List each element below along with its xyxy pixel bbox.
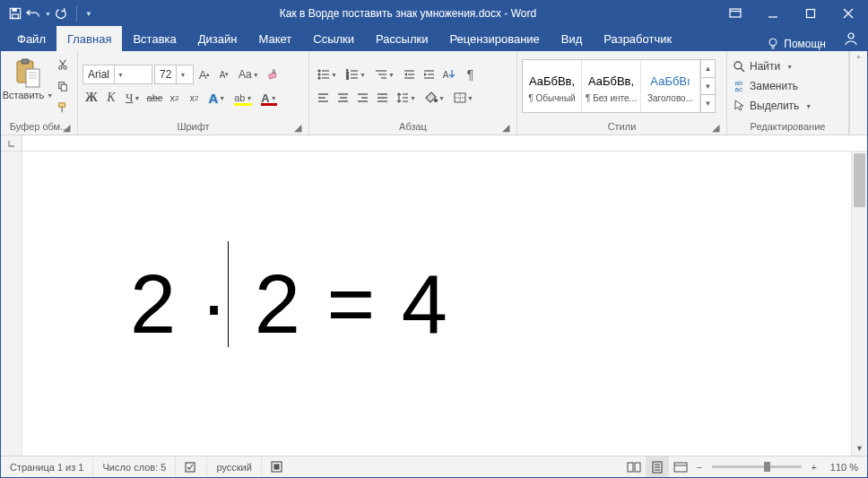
gallery-up-icon[interactable]: ▲	[701, 60, 715, 78]
gallery-down-icon[interactable]: ▼	[701, 78, 715, 96]
borders-icon[interactable]: ▼	[450, 88, 477, 108]
scroll-down-icon[interactable]: ▼	[852, 441, 867, 456]
superscript-button[interactable]: x2	[185, 88, 203, 108]
bullets-icon[interactable]: ▼	[314, 65, 341, 84]
tell-me[interactable]: Помощн	[757, 37, 835, 51]
style-heading1[interactable]: АаБбВıЗаголово...	[641, 60, 700, 112]
style-no-spacing[interactable]: АаБбВв,¶ Без инте...	[582, 60, 641, 112]
ribbon-display-icon[interactable]	[716, 1, 754, 26]
styles-launcher-icon[interactable]: ◢	[709, 121, 722, 134]
window-title: Как в Ворде поставить знак умножения.doc…	[100, 7, 716, 20]
status-page[interactable]: Страница 1 из 1	[1, 456, 93, 477]
styles-gallery[interactable]: АаБбВв,¶ Обычный АаБбВв,¶ Без инте... Аа…	[522, 59, 716, 113]
minimize-icon[interactable]	[754, 1, 792, 26]
close-icon[interactable]	[829, 1, 867, 26]
zoom-level[interactable]: 110 %	[821, 462, 867, 473]
highlight-color-icon[interactable]: ab▼	[230, 88, 256, 108]
view-read-icon[interactable]	[622, 456, 646, 478]
strikethrough-button[interactable]: abc	[145, 88, 163, 108]
align-right-icon[interactable]	[353, 88, 371, 108]
scroll-thumb[interactable]	[854, 153, 865, 207]
align-left-icon[interactable]	[314, 88, 332, 108]
font-size-combo[interactable]: 72▼	[154, 65, 194, 84]
zoom-slider[interactable]	[712, 465, 802, 468]
format-painter-icon[interactable]	[54, 98, 72, 117]
tab-mailings[interactable]: Рассылки	[365, 26, 438, 51]
ruler-horizontal[interactable]	[1, 135, 867, 152]
cut-icon[interactable]	[54, 55, 72, 74]
paste-button[interactable]: Вставить▼	[5, 56, 50, 116]
change-case-icon[interactable]: Aa▼	[235, 65, 263, 84]
status-language[interactable]: русский	[207, 456, 261, 477]
group-clipboard: Вставить▼ Буфер обм...◢	[1, 51, 78, 135]
status-proofing[interactable]	[176, 456, 207, 477]
justify-icon[interactable]	[373, 88, 391, 108]
tab-selector-icon[interactable]	[1, 135, 22, 151]
tab-developer[interactable]: Разработчик	[593, 26, 682, 51]
replace-button[interactable]: abacЗаменить	[732, 77, 812, 95]
show-marks-icon[interactable]: ¶	[461, 65, 479, 84]
svg-rect-25	[59, 103, 65, 107]
tab-home[interactable]: Главная	[56, 26, 122, 51]
zoom-out-icon[interactable]: −	[692, 462, 707, 473]
collapse-ribbon-icon[interactable]: ˄	[849, 51, 867, 135]
vertical-scrollbar[interactable]: ▼	[851, 152, 867, 456]
status-macro[interactable]	[262, 456, 291, 477]
gallery-scroll[interactable]: ▲▼▼	[700, 60, 715, 112]
tab-view[interactable]: Вид	[551, 26, 594, 51]
clipboard-launcher-icon[interactable]: ◢	[60, 121, 73, 134]
svg-point-19	[59, 66, 62, 69]
style-normal[interactable]: АаБбВв,¶ Обычный	[523, 60, 582, 112]
select-button[interactable]: Выделить▼	[732, 97, 812, 115]
redo-icon[interactable]	[55, 6, 69, 21]
sort-icon[interactable]: A	[439, 65, 460, 84]
maximize-icon[interactable]	[792, 1, 829, 26]
save-icon[interactable]	[8, 6, 22, 21]
tab-design[interactable]: Дизайн	[187, 26, 248, 51]
gallery-more-icon[interactable]: ▼	[701, 95, 715, 112]
text-effects-icon[interactable]: A▼	[204, 88, 229, 108]
italic-button[interactable]: К	[102, 88, 120, 108]
align-center-icon[interactable]	[334, 88, 352, 108]
search-icon	[732, 59, 746, 74]
paragraph-launcher-icon[interactable]: ◢	[499, 121, 512, 134]
tab-insert[interactable]: Вставка	[122, 26, 187, 51]
zoom-knob[interactable]	[764, 462, 770, 472]
copy-icon[interactable]	[54, 76, 72, 96]
underline-button[interactable]: Ч▼	[122, 88, 143, 108]
account-icon[interactable]	[835, 26, 867, 51]
shading-icon[interactable]: ▼	[421, 88, 448, 108]
paragraph-label: Абзац	[399, 121, 427, 132]
find-button[interactable]: Найти▼	[732, 57, 812, 75]
undo-icon[interactable]	[26, 6, 40, 21]
tab-layout[interactable]: Макет	[247, 26, 302, 51]
subscript-button[interactable]: x2	[165, 88, 183, 108]
svg-rect-2	[13, 14, 19, 18]
numbering-icon[interactable]: 123▼	[343, 65, 369, 84]
font-color-icon[interactable]: A▼	[257, 88, 280, 108]
document-page[interactable]: 2 · 2 = 4	[22, 152, 851, 456]
view-print-icon[interactable]	[646, 456, 669, 478]
multilevel-list-icon[interactable]: ▼	[371, 65, 398, 84]
qat-customize[interactable]: ▼	[84, 10, 92, 18]
group-styles: АаБбВв,¶ Обычный АаБбВв,¶ Без инте... Аа…	[517, 51, 727, 135]
font-launcher-icon[interactable]: ◢	[291, 121, 304, 134]
line-spacing-icon[interactable]: ▼	[393, 88, 420, 108]
grow-font-icon[interactable]: A▴	[195, 65, 213, 84]
tab-references[interactable]: Ссылки	[302, 26, 365, 51]
increase-indent-icon[interactable]	[420, 65, 438, 84]
font-label: Шрифт	[177, 121, 209, 132]
font-name-combo[interactable]: Arial▼	[82, 65, 152, 84]
undo-dropdown[interactable]: ▼	[44, 11, 51, 17]
shrink-font-icon[interactable]: A▾	[215, 65, 233, 84]
view-web-icon[interactable]	[669, 456, 692, 478]
status-word-count[interactable]: Число слов: 5	[93, 456, 176, 477]
clear-formatting-icon[interactable]: A	[265, 65, 282, 84]
tab-file[interactable]: Файл	[6, 26, 56, 51]
tab-review[interactable]: Рецензирование	[438, 26, 550, 51]
ruler-vertical[interactable]	[1, 152, 22, 456]
bold-button[interactable]: Ж	[82, 88, 100, 108]
svg-rect-3	[730, 9, 741, 17]
decrease-indent-icon[interactable]	[400, 65, 418, 84]
zoom-in-icon[interactable]: +	[807, 462, 821, 473]
